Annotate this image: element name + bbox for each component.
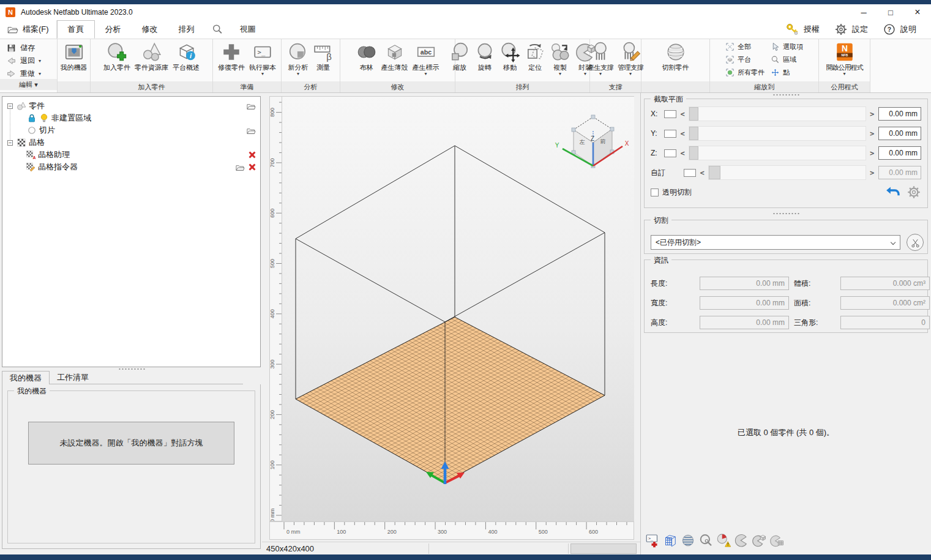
- repair-part-button[interactable]: 修復零件: [217, 40, 246, 73]
- tab-home[interactable]: 首頁: [57, 20, 95, 39]
- tab-job-list[interactable]: 工作清單: [50, 371, 96, 384]
- move-button[interactable]: 移動: [498, 40, 522, 73]
- clip-custom-slider[interactable]: [708, 165, 866, 180]
- zoom-platform-button[interactable]: 平台: [725, 55, 765, 64]
- panel-splitter[interactable]: [641, 212, 931, 215]
- clip-y-slider[interactable]: [689, 126, 866, 141]
- tree-item-slices[interactable]: 切片: [2, 124, 260, 136]
- cut-piece-cube-button[interactable]: [751, 532, 767, 548]
- position-button[interactable]: 定位: [523, 40, 547, 73]
- delete-icon[interactable]: [248, 163, 256, 171]
- settings-button[interactable]: 設定: [828, 23, 874, 36]
- part-library-button[interactable]: 零件資源庫: [133, 40, 170, 73]
- clip-y-checkbox[interactable]: [664, 130, 676, 138]
- slider-right-arrow[interactable]: >: [870, 170, 875, 176]
- create-label-button[interactable]: 產生標示▾: [411, 40, 441, 78]
- slice-part-button[interactable]: 切割零件: [661, 40, 690, 73]
- platform-overview-button[interactable]: 平台概述: [171, 40, 201, 73]
- redo-button[interactable]: 重做▾: [6, 69, 57, 79]
- clip-x-value[interactable]: 0.00 mm: [878, 107, 921, 121]
- open-utility-button[interactable]: 開啟公用程式▾: [825, 40, 864, 78]
- measure-button[interactable]: 測量: [312, 40, 335, 73]
- lock-icon[interactable]: [27, 113, 37, 123]
- no-machine-button[interactable]: 未設定機器。開啟「我的機器」對話方塊: [28, 422, 234, 465]
- clip-y-value[interactable]: 0.00 mm: [878, 127, 921, 140]
- open-folder-icon[interactable]: [245, 126, 256, 135]
- zoom-all-button[interactable]: 全部: [725, 42, 765, 51]
- viewport-3d[interactable]: 8007006005004003002001000 mm 0 mm1002003…: [262, 96, 640, 542]
- clip-z-slider[interactable]: [689, 146, 866, 160]
- slice-view-button[interactable]: [680, 532, 696, 548]
- license-button[interactable]: 授權: [780, 23, 826, 36]
- slider-left-arrow[interactable]: <: [700, 170, 705, 176]
- open-folder-icon[interactable]: [234, 163, 245, 172]
- analysis-warning-button[interactable]: [716, 532, 731, 548]
- zoom-region-button[interactable]: 區域: [771, 55, 803, 64]
- slider-left-arrow[interactable]: <: [680, 150, 685, 157]
- zoom-point-button[interactable]: 點: [771, 68, 803, 77]
- tree-item-lattice-assistant[interactable]: 晶格助理: [2, 149, 260, 161]
- slider-left-arrow[interactable]: <: [680, 130, 685, 137]
- title-bar[interactable]: N Autodesk Netfabb Ultimate 2023.0 ─ □ ×: [0, 4, 931, 20]
- cut-scissors-button[interactable]: [907, 234, 924, 251]
- tab-modify[interactable]: 修改: [132, 20, 168, 39]
- slider-right-arrow[interactable]: >: [870, 111, 875, 118]
- new-script-button[interactable]: [645, 532, 660, 548]
- tab-my-machine[interactable]: 我的機器: [2, 371, 50, 384]
- view-cube[interactable]: Z 左 前 Y X: [555, 115, 629, 168]
- group-label-edit[interactable]: 編輯 ▾: [0, 79, 57, 90]
- zoom-tool-button[interactable]: [698, 532, 714, 548]
- duplicate-button[interactable]: 複製▾: [548, 40, 572, 78]
- slider-right-arrow[interactable]: >: [870, 130, 875, 137]
- file-menu-button[interactable]: 檔案(F): [0, 20, 57, 39]
- clip-z-checkbox[interactable]: [664, 149, 676, 157]
- reset-undo-icon[interactable]: [886, 185, 900, 200]
- cut-piece-grid-button[interactable]: [769, 532, 785, 548]
- transparent-cut-checkbox[interactable]: [651, 189, 659, 196]
- tree-item-parts[interactable]: − 零件: [2, 100, 260, 112]
- zoom-all-parts-button[interactable]: 所有零件: [725, 68, 765, 77]
- rotate-button[interactable]: 旋轉: [473, 40, 496, 73]
- help-button[interactable]: 說明: [877, 23, 922, 36]
- clip-custom-checkbox[interactable]: [684, 169, 696, 177]
- cut-dropdown[interactable]: <已停用切割>: [651, 235, 900, 250]
- search-button[interactable]: [205, 20, 230, 39]
- tab-arrange[interactable]: 排列: [168, 20, 205, 39]
- expander-icon[interactable]: −: [7, 140, 13, 146]
- scale-button[interactable]: 縮放: [448, 40, 471, 73]
- my-machine-button[interactable]: 我的機器: [59, 40, 89, 73]
- undo-button[interactable]: 退回▾: [6, 56, 57, 66]
- tree-item-lattice[interactable]: − 晶格: [2, 136, 260, 149]
- clip-z-value[interactable]: 0.00 mm: [878, 146, 921, 160]
- cut-piece-button[interactable]: [733, 532, 749, 548]
- run-scripts-button[interactable]: 執行腳本▾: [248, 40, 277, 78]
- clip-x-checkbox[interactable]: [664, 110, 676, 118]
- slider-thumb[interactable]: [689, 107, 698, 121]
- clip-x-slider[interactable]: [689, 106, 866, 121]
- tab-view[interactable]: 視圖: [230, 20, 266, 39]
- new-analysis-button[interactable]: 新分析▾: [286, 40, 310, 78]
- create-support-button[interactable]: 產生支撐▾: [586, 40, 615, 78]
- tree-item-no-build-zone[interactable]: 非建置區域: [2, 112, 260, 124]
- bulb-icon[interactable]: [39, 113, 49, 123]
- delete-icon[interactable]: [248, 151, 256, 159]
- tab-analysis[interactable]: 分析: [95, 20, 132, 39]
- scene-3d[interactable]: Z 左 前 Y X: [282, 96, 634, 521]
- save-button[interactable]: 儲存: [6, 43, 57, 53]
- zoom-selection-button[interactable]: 選取項: [771, 42, 803, 51]
- create-shell-button[interactable]: 產生薄殼: [380, 40, 409, 73]
- slider-thumb[interactable]: [709, 166, 720, 179]
- close-button[interactable]: ×: [904, 5, 931, 20]
- slider-right-arrow[interactable]: >: [870, 150, 875, 157]
- minimize-button[interactable]: ─: [850, 5, 877, 20]
- boolean-button[interactable]: 布林: [355, 40, 378, 73]
- open-folder-icon[interactable]: [245, 102, 256, 111]
- slider-thumb[interactable]: [689, 146, 698, 160]
- add-part-button[interactable]: 加入零件: [102, 40, 132, 73]
- expander-icon[interactable]: −: [7, 103, 13, 109]
- lattice-view-button[interactable]: [662, 532, 678, 548]
- gear-icon[interactable]: [907, 185, 921, 200]
- tree-item-lattice-commander[interactable]: 晶格指令器: [2, 161, 260, 173]
- slider-left-arrow[interactable]: <: [680, 111, 685, 118]
- build-platform[interactable]: [296, 317, 605, 482]
